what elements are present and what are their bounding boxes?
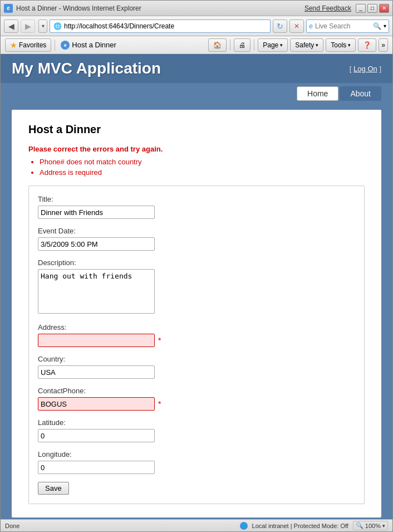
title-input[interactable] [38,206,155,219]
live-search-icon: e [309,22,313,30]
send-feedback-link[interactable]: Send Feedback [304,4,351,12]
window-title: Host a Dinner - Windows Internet Explore… [16,4,141,12]
search-go-icon[interactable]: 🔍 [373,22,381,30]
toolbar-separator [55,40,55,51]
address-required-star: * [158,336,161,345]
event-date-input[interactable] [38,237,155,251]
error-intro: Please correct the errors and try again. [28,145,365,153]
minimize-button[interactable]: _ [356,4,366,13]
latitude-input[interactable] [38,429,155,442]
form-container: Host a Dinner Please correct the errors … [12,110,381,518]
zoom-icon: 🔍 [356,522,363,529]
home-button[interactable]: 🏠 [208,38,227,52]
more-button[interactable]: » [379,38,388,52]
error-list: Phone# does not match country Address is… [28,158,365,177]
tools-button[interactable]: Tools ▾ [326,38,356,52]
zoom-dropdown-icon: ▾ [382,523,385,529]
nav-bar: ◀ ▶ ▾ 🌐 ↻ ✕ e 🔍 ▾ [1,16,392,36]
zoom-control[interactable]: 🔍 100% ▾ [353,521,388,530]
ie-icon: e [61,41,70,50]
star-icon: ★ [10,41,17,50]
safety-label: Safety [295,41,314,49]
field-group-contact-phone: ContactPhone: * [38,387,355,411]
address-field-row: * [38,334,355,347]
search-dropdown-icon[interactable]: ▾ [384,23,386,29]
status-bar: Done 🌐 Local intranet | Protected Mode: … [1,519,392,531]
app-title: My MVC Application [12,60,161,77]
error-summary: Please correct the errors and try again.… [28,145,365,177]
browser-window: e Host a Dinner - Windows Internet Explo… [0,0,393,532]
contact-phone-field-row: * [38,397,355,411]
print-button[interactable]: 🖨 [234,38,250,52]
status-middle: Local intranet | Protected Mode: Off [252,523,348,529]
favorites-button[interactable]: ★ Favorites [5,38,51,52]
nav-menu: Home About [1,83,392,104]
app-header: My MVC Application [ Log On ] [1,54,392,83]
zoom-level: 100% [365,523,381,529]
toolbar-sep-2 [230,40,230,51]
refresh-button[interactable]: ↻ [273,19,287,33]
home-nav-button[interactable]: Home [297,86,338,101]
toolbar-sep-3 [254,40,254,51]
back-button[interactable]: ◀ [4,19,18,33]
page-dropdown-icon: ▾ [280,42,283,48]
address-label: Address: [38,323,355,331]
page-label: Page [263,41,278,49]
status-right: 🌐 Local intranet | Protected Mode: Off 🔍… [240,521,388,530]
status-text: Done [5,523,19,529]
field-group-title: Title: [38,195,355,219]
field-group-country: Country: [38,355,355,379]
log-on-link[interactable]: Log On [353,65,377,73]
page-button[interactable]: Page ▾ [258,38,288,52]
field-group-latitude: Latitude: [38,418,355,442]
log-on-bracket-open: [ [350,65,353,73]
field-group-description: Description: Hang out with friends [38,258,355,315]
field-group-event-date: Event Date: [38,227,355,251]
intranet-icon: 🌐 [240,522,248,530]
browser-icon: e [4,4,13,13]
country-input[interactable] [38,365,155,379]
toolbar: ★ Favorites e Host a Dinner 🏠 🖨 Page ▾ S… [1,36,392,54]
help-button[interactable]: ❓ [358,38,376,52]
maximize-button[interactable]: □ [367,4,377,13]
form-fields-box: Title: Event Date: Description: Hang out… [28,186,365,504]
save-button[interactable]: Save [38,482,69,495]
log-on-bracket-close: ] [379,65,381,73]
about-nav-button[interactable]: About [340,86,381,101]
error-item-1: Address is required [40,168,365,177]
tools-dropdown-icon: ▾ [348,42,351,48]
window-controls: _ □ ✕ [356,4,389,13]
forward-button[interactable]: ▶ [21,19,35,33]
log-on-area: [ Log On ] [350,65,381,73]
form-title: Host a Dinner [28,123,365,136]
error-item-0: Phone# does not match country [40,158,365,166]
app-content: My MVC Application [ Log On ] Home About… [1,54,392,519]
address-bar[interactable]: 🌐 [50,19,271,33]
tools-label: Tools [331,41,346,49]
longitude-label: Longitude: [38,450,355,458]
contact-phone-label: ContactPhone: [38,387,355,395]
description-label: Description: [38,258,355,267]
search-input[interactable] [315,22,371,30]
safety-dropdown-icon: ▾ [316,42,318,48]
contact-phone-input[interactable] [38,397,155,411]
longitude-input[interactable] [38,461,155,474]
stop-button[interactable]: ✕ [289,19,304,33]
title-label: Title: [38,195,355,203]
status-left: Done [5,523,19,529]
dropdown-button[interactable]: ▾ [38,19,47,33]
favorites-label: Favorites [19,41,46,49]
description-textarea[interactable]: Hang out with friends [38,269,155,314]
tab-label: Host a Dinner [72,41,116,49]
field-group-longitude: Longitude: [38,450,355,474]
country-label: Country: [38,355,355,363]
title-bar: e Host a Dinner - Windows Internet Explo… [1,1,392,16]
content-area: Host a Dinner Please correct the errors … [1,104,392,519]
address-input[interactable] [38,334,155,347]
contact-phone-required-star: * [158,399,161,408]
address-input[interactable] [64,22,267,30]
latitude-label: Latitude: [38,418,355,427]
close-button[interactable]: ✕ [379,4,389,13]
safety-button[interactable]: Safety ▾ [290,38,323,52]
event-date-label: Event Date: [38,227,355,235]
